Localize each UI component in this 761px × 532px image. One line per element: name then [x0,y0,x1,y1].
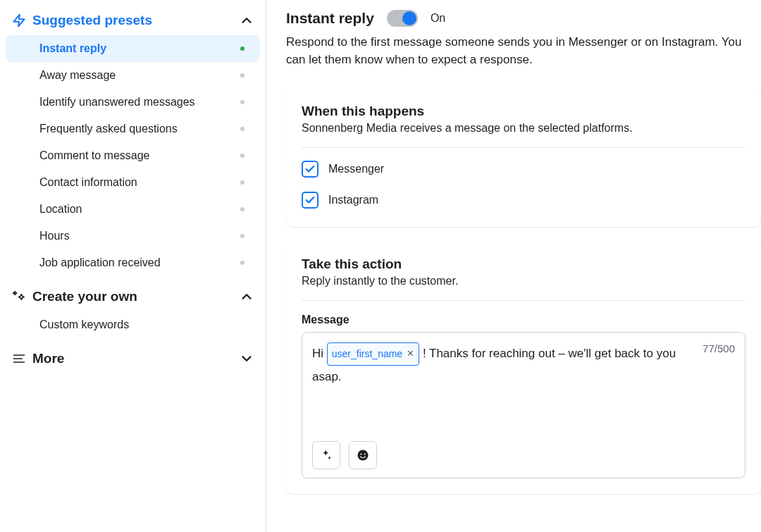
create-your-own-header[interactable]: Create your own [0,283,266,310]
sidebar-item-contact-info[interactable]: Contact information [6,169,260,196]
chip-remove[interactable]: ✕ [407,345,414,363]
toggle-state-label: On [431,12,445,25]
message-text[interactable]: Hi user_first_name✕ ! Thanks for reachin… [312,342,735,434]
menu-icon [10,352,28,366]
page-description: Respond to the first message someone sen… [286,34,761,68]
variable-chip[interactable]: user_first_name✕ [327,342,419,366]
insert-variable-button[interactable] [312,441,340,469]
main-content: Instant reply On Respond to the first me… [266,0,761,532]
when-sub: Sonnenberg Media receives a message on t… [302,122,745,148]
status-dot [240,127,245,131]
platform-label: Instagram [328,194,378,206]
sidebar-item-custom-keywords[interactable]: Custom keywords [6,311,260,338]
status-dot [240,261,245,265]
sidebar-item-faq[interactable]: Frequently asked questions [6,116,260,142]
msg-prefix: Hi [312,347,327,360]
status-dot [240,100,245,104]
chevron-down-icon [239,351,254,366]
toggle-knob [402,11,416,25]
status-dot [240,73,245,78]
more-title: More [32,351,239,366]
suggested-presets-title: Suggested presets [32,13,239,28]
page-title: Instant reply [286,10,374,27]
status-dot [240,207,245,211]
chevron-up-icon [239,13,254,28]
message-tools [312,441,735,469]
more-header[interactable]: More [0,345,266,372]
svg-point-6 [364,454,366,455]
create-items: Custom keywords [0,310,266,345]
status-dot [240,154,245,158]
sidebar-item-job-application[interactable]: Job application received [6,249,260,276]
chevron-up-icon [239,289,254,304]
when-heading: When this happens [302,104,745,119]
status-dot [240,180,245,185]
sidebar-item-location[interactable]: Location [6,196,260,223]
when-card: When this happens Sonnenberg Media recei… [286,89,761,227]
sidebar-item-comment-to-message[interactable]: Comment to message [6,142,260,169]
message-label: Message [302,314,745,326]
sidebar-item-hours[interactable]: Hours [6,223,260,249]
sidebar-item-identify-unanswered[interactable]: Identify unanswered messages [6,89,260,116]
action-card: Take this action Reply instantly to the … [286,242,761,494]
sidebar-item-away-message[interactable]: Away message [6,62,260,89]
svg-marker-0 [14,15,25,27]
status-dot [240,234,245,238]
instant-reply-toggle[interactable] [387,10,418,27]
sparkles-icon [10,290,28,304]
message-editor[interactable]: Hi user_first_name✕ ! Thanks for reachin… [302,332,745,478]
platform-label: Messenger [328,163,384,175]
sidebar-item-instant-reply[interactable]: Instant reply [6,35,260,62]
sidebar: Suggested presets Instant reply Away mes… [0,0,266,532]
platform-row-instagram: Instagram [302,192,745,209]
checkbox-messenger[interactable] [302,161,318,178]
action-sub: Reply instantly to the customer. [302,275,745,301]
bolt-icon [10,13,28,27]
chip-text: user_first_name [332,345,402,364]
create-your-own-title: Create your own [32,289,239,304]
emoji-button[interactable] [349,441,377,469]
suggested-items: Instant reply Away message Identify unan… [0,34,266,283]
checkbox-instagram[interactable] [302,192,318,209]
status-dot [240,47,245,51]
svg-point-4 [358,450,369,461]
char-counter: 77/500 [703,342,735,354]
suggested-presets-header[interactable]: Suggested presets [0,7,266,34]
platform-row-messenger: Messenger [302,161,745,178]
action-heading: Take this action [302,256,745,272]
svg-point-5 [360,454,361,455]
